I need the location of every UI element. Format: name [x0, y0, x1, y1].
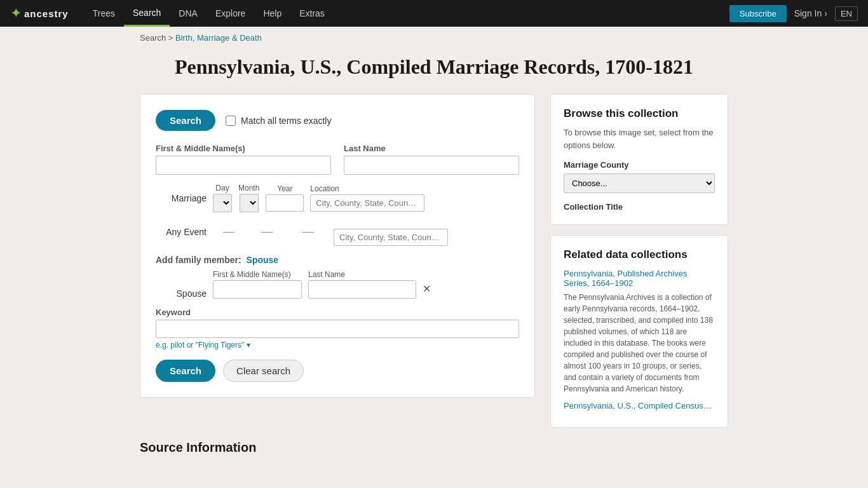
source-title: Source Information: [140, 440, 728, 455]
ancestry-logo-icon: ✦: [10, 5, 22, 22]
browse-title: Browse this collection: [564, 107, 715, 120]
marriage-day-group: Day: [213, 184, 232, 212]
match-exact-checkbox[interactable]: [226, 116, 236, 126]
search-bottom-button[interactable]: Search: [156, 360, 215, 382]
related-title: Related data collections: [564, 248, 715, 261]
any-event-month-dash: —: [251, 225, 283, 238]
any-event-day-dash: —: [213, 225, 245, 238]
logo-text: ancestry: [24, 8, 69, 19]
family-member-row: Add family member: Spouse: [156, 255, 519, 265]
keyword-section: Keyword e.g. pilot or "Flying Tigers" ▾: [156, 308, 519, 349]
county-label: Marriage County: [564, 160, 715, 170]
event-section: Marriage Day Month Year: [156, 184, 519, 246]
keyword-hint[interactable]: e.g. pilot or "Flying Tigers" ▾: [156, 341, 519, 349]
nav-help[interactable]: Help: [254, 0, 290, 27]
first-name-input[interactable]: [156, 156, 331, 175]
any-event-label: Any Event: [156, 227, 207, 237]
page-title: Pennsylvania, U.S., Compiled Marriage Re…: [13, 55, 855, 79]
related-desc-0: The Pennsylvania Archives is a collectio…: [564, 292, 715, 395]
search-panel: Search Match all terms exactly First & M…: [140, 94, 535, 398]
last-name-group: Last Name: [344, 144, 519, 175]
right-panel: Browse this collection To browse this im…: [550, 94, 728, 428]
last-name-label: Last Name: [344, 144, 519, 153]
breadcrumb-separator: >: [168, 33, 175, 43]
spouse-last-group: Last Name: [308, 270, 416, 299]
related-box: Related data collections Pennsylvania, P…: [550, 235, 728, 428]
subscribe-button[interactable]: Subscribe: [729, 5, 787, 22]
spouse-last-label: Last Name: [308, 270, 416, 279]
spouse-first-input[interactable]: [213, 280, 302, 299]
navbar: ✦ ancestry Trees Search DNA Explore Help…: [0, 0, 868, 27]
keyword-input[interactable]: [156, 320, 519, 338]
related-link-0[interactable]: Pennsylvania, Published Archives Series,…: [564, 269, 715, 288]
any-event-location-input[interactable]: [334, 229, 448, 246]
marriage-location-group: Location: [310, 184, 424, 212]
add-spouse-link[interactable]: Spouse: [247, 255, 279, 265]
name-row: First & Middle Name(s) Last Name: [156, 144, 519, 175]
browse-box: Browse this collection To browse this im…: [550, 94, 728, 225]
marriage-label: Marriage: [156, 193, 207, 203]
any-event-location-group: [334, 217, 448, 246]
search-top-row: Search Match all terms exactly: [156, 110, 519, 131]
spouse-row: Spouse First & Middle Name(s) Last Name …: [156, 270, 519, 299]
county-select[interactable]: Choose... Adams Allegheny Armstrong Phil…: [564, 173, 715, 193]
related-link-1[interactable]: Pennsylvania, U.S., Compiled Census…: [564, 401, 715, 410]
marriage-year-input[interactable]: [266, 194, 304, 212]
search-top-button[interactable]: Search: [156, 110, 215, 131]
spouse-last-input[interactable]: [308, 280, 416, 299]
nav-right: Subscribe Sign In › EN: [729, 5, 858, 22]
signin-link[interactable]: Sign In ›: [794, 8, 827, 18]
nav-extras[interactable]: Extras: [290, 0, 334, 27]
marriage-month-select[interactable]: [240, 194, 259, 212]
marriage-day-select[interactable]: [213, 194, 232, 212]
collection-title-label: Collection Title: [564, 202, 715, 212]
bottom-buttons: Search Clear search: [156, 360, 519, 382]
add-family-label: Add family member:: [156, 255, 241, 265]
marriage-year-group: Year: [266, 184, 304, 212]
spouse-first-label: First & Middle Name(s): [213, 270, 302, 279]
first-name-group: First & Middle Name(s): [156, 144, 331, 175]
match-exact-label[interactable]: Match all terms exactly: [226, 116, 331, 126]
spouse-first-group: First & Middle Name(s): [213, 270, 302, 299]
logo[interactable]: ✦ ancestry: [10, 5, 69, 22]
source-section: Source Information: [0, 428, 868, 468]
any-event-row: Any Event — — —: [156, 217, 519, 246]
any-event-year-dash: —: [289, 225, 327, 238]
spouse-label: Spouse: [156, 288, 207, 299]
browse-description: To browse this image set, select from th…: [564, 126, 715, 151]
marriage-row: Marriage Day Month Year: [156, 184, 519, 212]
first-name-label: First & Middle Name(s): [156, 144, 331, 153]
page-title-area: Pennsylvania, U.S., Compiled Marriage Re…: [0, 49, 868, 94]
nav-trees[interactable]: Trees: [84, 0, 124, 27]
spouse-remove-button[interactable]: ✕: [423, 283, 431, 295]
nav-dna[interactable]: DNA: [170, 0, 207, 27]
main-layout: Search Match all terms exactly First & M…: [0, 94, 868, 428]
breadcrumb-category[interactable]: Birth, Marriage & Death: [175, 33, 262, 43]
nav-search[interactable]: Search: [124, 0, 170, 27]
nav-links: Trees Search DNA Explore Help Extras: [84, 0, 729, 27]
marriage-location-input[interactable]: [310, 194, 424, 212]
last-name-input[interactable]: [344, 156, 519, 175]
nav-explore[interactable]: Explore: [207, 0, 254, 27]
marriage-month-group: Month: [238, 184, 259, 212]
clear-search-button[interactable]: Clear search: [223, 360, 304, 382]
breadcrumb-search: Search: [140, 33, 166, 43]
language-button[interactable]: EN: [835, 6, 858, 21]
keyword-label: Keyword: [156, 308, 519, 317]
breadcrumb: Search > Birth, Marriage & Death: [0, 27, 868, 49]
